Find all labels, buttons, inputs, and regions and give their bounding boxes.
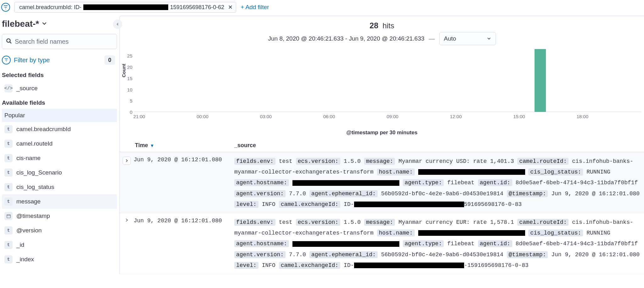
field-name: message	[16, 198, 41, 205]
redacted-value	[292, 180, 399, 186]
hits-label: hits	[382, 21, 394, 30]
x-tick: 15:00	[513, 114, 525, 119]
x-tick: 09:00	[386, 114, 398, 119]
histogram-bar[interactable]	[535, 49, 546, 112]
source-key: fields.env:	[234, 219, 275, 226]
field-item--source[interactable]: </>_source	[2, 81, 117, 96]
filter-pill-text-prefix: camel.breadcrumbId: ID-	[19, 4, 81, 11]
field-item--id[interactable]: t_id	[2, 238, 117, 252]
table-row: Jun 9, 2020 @ 16:12:01.080fields.env: te…	[120, 152, 644, 213]
sort-desc-icon: ▼	[150, 143, 154, 148]
filter-pill-breadcrumb[interactable]: camel.breadcrumbId: ID- 1591695698176-0-…	[14, 2, 236, 13]
field-name: cis-name	[16, 155, 41, 162]
source-key: host.name:	[377, 230, 415, 236]
source-key: agent.type:	[403, 240, 444, 247]
field-item-camel-routeid[interactable]: tcamel.routeId	[2, 136, 117, 151]
y-tick: 15	[122, 75, 132, 81]
field-name: camel.routeId	[16, 140, 53, 147]
field-item--index[interactable]: t_index	[2, 252, 117, 267]
time-range-text: Jun 8, 2020 @ 20:46:21.633 - Jun 9, 2020…	[268, 35, 424, 42]
expand-row-button[interactable]	[123, 157, 131, 165]
source-key: ecs.version:	[296, 158, 341, 165]
source-key: agent.ephemeral_id:	[309, 251, 378, 258]
redacted-value	[418, 230, 525, 236]
hits-header: 28 hits	[120, 21, 644, 32]
source-key: agent.version:	[234, 190, 286, 197]
index-pattern-selector[interactable]: filebeat-*	[2, 17, 117, 32]
change-all-filters-button[interactable]	[1, 3, 10, 12]
histogram-chart[interactable]: Count 0510152025 21:0000:0003:0006:0009:…	[120, 49, 644, 128]
field-item--timestamp[interactable]: @timestamp	[2, 209, 117, 223]
text-type-icon: t	[4, 169, 13, 177]
expand-row-button[interactable]	[125, 218, 129, 271]
field-name: cis_log_status	[16, 184, 54, 191]
text-type-icon: t	[4, 140, 13, 148]
text-type-icon: t	[4, 183, 13, 191]
source-key: camel.exchangeId:	[279, 262, 341, 269]
y-tick: 20	[122, 64, 132, 70]
field-item-cis-name[interactable]: tcis-name	[2, 151, 117, 165]
field-name: @timestamp	[16, 213, 50, 219]
field-name: @version	[16, 227, 42, 234]
source-type-icon: </>	[4, 84, 13, 92]
field-name: _id	[16, 241, 24, 248]
text-type-icon: t	[4, 154, 13, 162]
text-type-icon: t	[4, 125, 13, 133]
source-key: level:	[234, 262, 258, 269]
source-key: camel.routeId:	[517, 219, 569, 226]
y-tick: 25	[122, 53, 132, 58]
field-name: _source	[16, 85, 38, 92]
y-tick: 5	[122, 98, 132, 103]
source-key: host.name:	[377, 169, 415, 175]
search-placeholder: Search field names	[15, 38, 69, 45]
time-range-row: Jun 8, 2020 @ 20:46:21.633 - Jun 9, 2020…	[120, 32, 644, 49]
discover-main: 28 hits Jun 8, 2020 @ 20:46:21.633 - Jun…	[119, 16, 644, 274]
x-tick: 03:00	[260, 114, 272, 119]
filter-pill-remove-icon[interactable]: ✕	[226, 4, 233, 11]
chevron-down-icon	[487, 35, 491, 42]
row-timestamp: Jun 9, 2020 @ 16:12:01.080	[134, 217, 234, 271]
search-field-names-input[interactable]: Search field names	[2, 34, 117, 49]
source-key: ecs.version:	[296, 219, 341, 226]
source-key: level:	[234, 201, 258, 208]
search-icon	[6, 38, 12, 45]
histogram-interval-select[interactable]: Auto	[439, 32, 496, 45]
hits-count: 28	[369, 21, 378, 30]
text-type-icon: t	[4, 197, 13, 206]
field-name: camel.breadcrumbId	[16, 126, 71, 133]
field-item-cis-log-status[interactable]: tcis_log_status	[2, 180, 117, 194]
source-key: agent.hostname:	[234, 179, 289, 186]
field-item-cis-log-scenario[interactable]: tcis_log_Scenario	[2, 165, 117, 180]
x-tick: 06:00	[323, 114, 335, 119]
add-filter-link[interactable]: + Add filter	[241, 4, 269, 11]
source-key: camel.exchangeId:	[279, 201, 341, 208]
filter-bar: camel.breadcrumbId: ID- 1591695698176-0-…	[0, 0, 644, 16]
source-key: fields.env:	[234, 158, 275, 165]
field-item-camel-breadcrumbid[interactable]: tcamel.breadcrumbId	[2, 122, 117, 136]
field-item--version[interactable]: t@version	[2, 223, 117, 238]
redacted-value	[418, 169, 525, 175]
svg-point-0	[7, 39, 10, 42]
source-key: message:	[364, 219, 395, 226]
source-key: agent.ephemeral_id:	[309, 190, 378, 197]
source-key: agent.id:	[478, 179, 512, 186]
text-type-icon: t	[4, 255, 13, 263]
header-time[interactable]: Time ▼	[134, 142, 234, 149]
index-pattern-name: filebeat-*	[2, 19, 39, 29]
collapse-sidebar-button[interactable]	[113, 19, 122, 29]
chevron-down-icon	[42, 20, 47, 28]
x-tick: 00:00	[197, 114, 208, 119]
field-item-message[interactable]: tmessage	[2, 194, 117, 209]
x-tick: 21:00	[133, 114, 145, 119]
filter-pill-text-suffix: 1591695698176-0-62	[170, 4, 224, 11]
x-tick: 18:00	[577, 114, 589, 119]
redacted-value	[292, 241, 399, 247]
header-source[interactable]: _source	[234, 142, 644, 149]
source-key: agent.id:	[478, 240, 512, 247]
row-source: fields.env: test ecs.version: 1.5.0 mess…	[234, 156, 644, 210]
filter-by-type-row[interactable]: Filter by type 0	[2, 52, 117, 68]
redacted-value	[354, 202, 464, 207]
filter-type-count-badge: 0	[104, 55, 115, 65]
calendar-type-icon	[4, 212, 13, 220]
available-fields-title: Available fields	[2, 96, 117, 109]
